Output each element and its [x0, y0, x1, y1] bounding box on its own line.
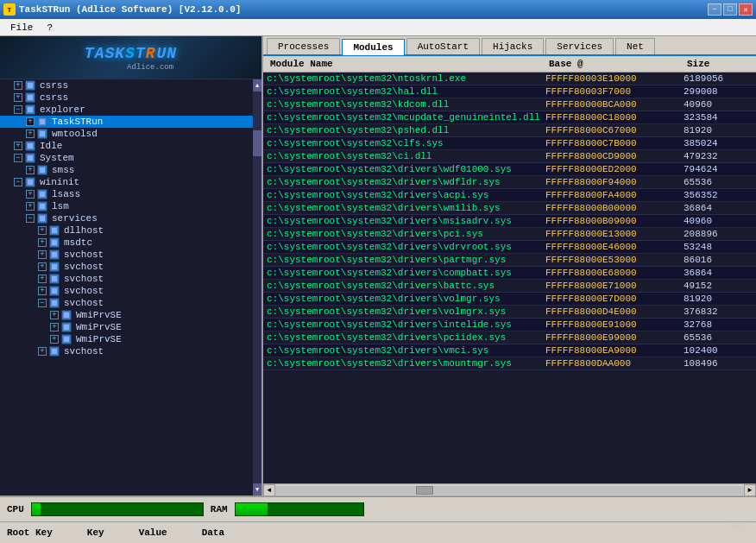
table-row[interactable]: c:\systemroot\system32\hal.dllFFFFF80003… [263, 85, 756, 98]
table-row[interactable]: c:\systemroot\system32\drivers\volmgr.sy… [263, 293, 756, 306]
tree-expand-wmiprvse2[interactable]: + [50, 323, 59, 331]
tree-expand-smss[interactable]: + [26, 166, 35, 174]
tree-item-svchost4[interactable]: +svchost [0, 285, 253, 297]
tree-expand-wininit[interactable]: − [14, 178, 22, 186]
tree-item-taskstrun[interactable]: +TaskSTRun [0, 116, 253, 128]
tree-expand-svchost2[interactable]: + [38, 262, 47, 271]
table-row[interactable]: c:\systemroot\system32\ntoskrnl.exeFFFFF… [263, 73, 756, 85]
tree-item-lsm[interactable]: +lsm [0, 200, 253, 212]
tree-item-svchost1[interactable]: +svchost [0, 249, 253, 261]
close-button[interactable]: ✕ [739, 3, 753, 16]
tree-expand-dllhost[interactable]: + [38, 226, 47, 235]
hscroll-right-btn[interactable]: ► [744, 484, 756, 496]
scroll-track[interactable] [253, 92, 261, 483]
tree-item-explorer[interactable]: −explorer [0, 104, 253, 116]
tree-item-services[interactable]: −services [0, 212, 253, 224]
tab-modules[interactable]: Modules [342, 39, 404, 55]
tree-item-idle[interactable]: +Idle [0, 140, 253, 152]
td-size: 65536 [684, 332, 753, 343]
minimize-button[interactable]: − [708, 3, 721, 16]
scroll-down-btn[interactable]: ▼ [253, 483, 261, 496]
tree-item-svchost2[interactable]: +svchost [0, 261, 253, 273]
table-row[interactable]: c:\systemroot\system32\drivers\compbatt.… [263, 267, 756, 280]
table-row[interactable]: c:\systemroot\system32\drivers\pci.sysFF… [263, 228, 756, 241]
tree-item-msdtc[interactable]: +msdtc [0, 237, 253, 249]
tree-expand-system[interactable]: − [14, 154, 22, 162]
tree-item-wmiprvse1[interactable]: +WmiPrvSE [0, 309, 253, 321]
table-row[interactable]: c:\systemroot\system32\drivers\pciidex.s… [263, 331, 756, 344]
tab-processes[interactable]: Processes [267, 38, 340, 54]
table-row[interactable]: c:\systemroot\system32\mcupdate_genuinei… [263, 111, 756, 124]
col-header-name: Module Name [267, 58, 545, 70]
tree-expand-wmtoolsd[interactable]: + [26, 129, 35, 138]
scroll-up-btn[interactable]: ▲ [253, 79, 261, 92]
tree-scrollbar[interactable]: ▲ ▼ [253, 79, 261, 496]
tree-expand-svchost6[interactable]: + [38, 347, 47, 356]
tree-expand-idle[interactable]: + [14, 142, 22, 150]
tree-item-svchost6[interactable]: +svchost [0, 345, 253, 357]
tree-item-dllhost[interactable]: +dllhost [0, 224, 253, 237]
tab-hijacks[interactable]: Hijacks [482, 38, 544, 54]
svg-rect-17 [28, 180, 33, 185]
tree-expand-msdtc[interactable]: + [38, 238, 47, 247]
tree-expand-wmiprvse3[interactable]: + [50, 335, 59, 344]
tree-expand-services[interactable]: − [26, 214, 35, 223]
tree-item-svchost3[interactable]: +svchost [0, 273, 253, 285]
table-row[interactable]: c:\systemroot\system32\drivers\vmci.sysF… [263, 344, 756, 357]
tree-label-svchost4: svchost [64, 286, 104, 296]
maximize-button[interactable]: □ [723, 3, 737, 16]
td-base-addr: FFFFF88000C7B000 [545, 138, 684, 148]
tree-label-dllhost: dllhost [64, 225, 104, 236]
table-row[interactable]: c:\systemroot\system32\drivers\wdf01000.… [263, 163, 756, 176]
tree-expand-svchost1[interactable]: + [38, 250, 47, 259]
tab-autostart[interactable]: AutoStart [406, 38, 480, 54]
table-row[interactable]: c:\systemroot\system32\drivers\intelide.… [263, 319, 756, 331]
table-row[interactable]: c:\systemroot\system32\drivers\acpi.sysF… [263, 189, 756, 202]
tree-item-svchost5[interactable]: −svchost [0, 297, 253, 309]
tree-expand-lsass[interactable]: + [26, 190, 35, 199]
tree-item-wmiprvse3[interactable]: +WmiPrvSE [0, 333, 253, 345]
tree-expand-csrss1[interactable]: + [14, 81, 22, 90]
tab-net[interactable]: Net [615, 38, 655, 54]
td-module-name: c:\systemroot\system32\drivers\partmgr.s… [267, 255, 545, 265]
tree-expand-svchost4[interactable]: + [38, 287, 47, 295]
process-tree[interactable]: +csrss+csrss−explorer+TaskSTRun+wmtoolsd… [0, 79, 253, 496]
horizontal-scrollbar[interactable]: ◄ ► [263, 483, 756, 496]
help-menu[interactable]: ? [40, 21, 60, 35]
table-row[interactable]: c:\systemroot\system32\drivers\wmilib.sy… [263, 202, 756, 215]
scroll-thumb[interactable] [253, 130, 261, 156]
file-menu[interactable]: File [3, 21, 40, 35]
tree-item-wmiprvse2[interactable]: +WmiPrvSE [0, 321, 253, 333]
tree-expand-svchost3[interactable]: + [38, 275, 47, 283]
hscroll-left-btn[interactable]: ◄ [263, 484, 275, 496]
hscroll-thumb[interactable] [416, 486, 433, 495]
tree-item-csrss2[interactable]: +csrss [0, 92, 253, 104]
tree-item-system[interactable]: −System [0, 152, 253, 164]
table-scroll-area[interactable]: c:\systemroot\system32\ntoskrnl.exeFFFFF… [263, 73, 756, 483]
table-row[interactable]: c:\systemroot\system32\drivers\wdfldr.sy… [263, 176, 756, 189]
tree-expand-explorer[interactable]: − [14, 105, 22, 114]
hscroll-track[interactable] [275, 486, 744, 495]
tree-item-wininit[interactable]: −wininit [0, 176, 253, 188]
tab-services[interactable]: Services [545, 38, 614, 54]
tree-expand-lsm[interactable]: + [26, 202, 35, 211]
table-row[interactable]: c:\systemroot\system32\drivers\volmgrx.s… [263, 306, 756, 319]
table-row[interactable]: c:\systemroot\system32\drivers\mountmgr.… [263, 357, 756, 370]
tree-expand-csrss2[interactable]: + [14, 93, 22, 102]
table-row[interactable]: c:\systemroot\system32\kdcom.dllFFFFF800… [263, 98, 756, 111]
td-module-name: c:\systemroot\system32\drivers\battc.sys [267, 281, 545, 291]
tree-expand-wmiprvse1[interactable]: + [50, 311, 59, 319]
table-row[interactable]: c:\systemroot\system32\drivers\partmgr.s… [263, 254, 756, 267]
table-row[interactable]: c:\systemroot\system32\clfs.sysFFFFF8800… [263, 137, 756, 150]
table-row[interactable]: c:\systemroot\system32\pshed.dllFFFFF880… [263, 124, 756, 137]
table-row[interactable]: c:\systemroot\system32\drivers\vdrvroot.… [263, 241, 756, 254]
tree-expand-svchost5[interactable]: − [38, 299, 47, 307]
tree-item-csrss1[interactable]: +csrss [0, 79, 253, 92]
table-row[interactable]: c:\systemroot\system32\drivers\msisadrv.… [263, 215, 756, 228]
table-row[interactable]: c:\systemroot\system32\ci.dllFFFFF88000C… [263, 150, 756, 163]
table-row[interactable]: c:\systemroot\system32\drivers\battc.sys… [263, 280, 756, 293]
tree-item-smss[interactable]: +smss [0, 164, 253, 176]
tree-expand-taskstrun[interactable]: + [26, 117, 35, 126]
tree-item-wmtoolsd[interactable]: +wmtoolsd [0, 128, 253, 140]
tree-item-lsass[interactable]: +lsass [0, 188, 253, 200]
